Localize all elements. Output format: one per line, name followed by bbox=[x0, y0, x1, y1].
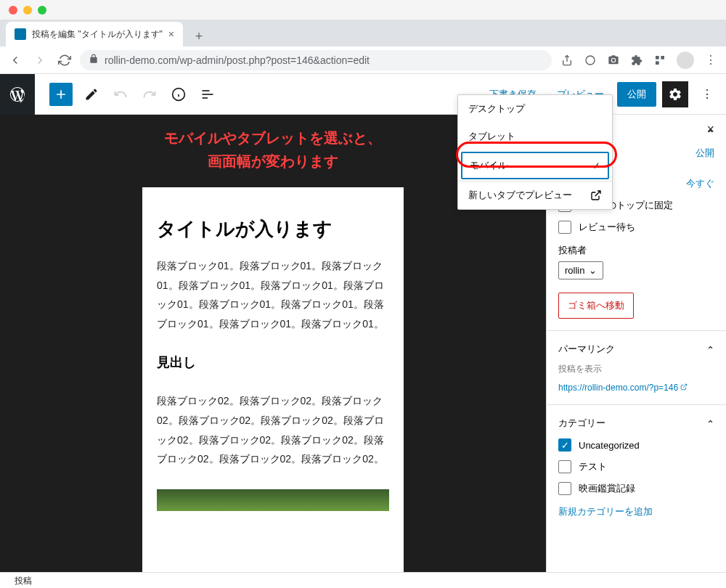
settings-button[interactable] bbox=[662, 81, 688, 107]
minimize-window-button[interactable] bbox=[23, 6, 32, 15]
circle-icon[interactable] bbox=[584, 54, 597, 67]
url-bar[interactable]: rollin-demo.com/wp-admin/post.php?post=1… bbox=[80, 50, 552, 70]
favicon-icon bbox=[15, 28, 26, 40]
redo-button[interactable] bbox=[136, 81, 163, 107]
external-link-icon bbox=[590, 189, 602, 201]
browser-tab-bar: 投稿を編集 "タイトルが入ります" × + bbox=[0, 20, 726, 46]
heading-block[interactable]: 見出し bbox=[157, 354, 389, 371]
preview-mobile-option[interactable]: モバイル ✓ bbox=[461, 152, 609, 179]
visibility-link[interactable]: 公開 bbox=[696, 147, 714, 158]
category-uncategorized-checkbox[interactable]: ✓ bbox=[558, 438, 571, 452]
camera-icon[interactable] bbox=[607, 54, 620, 67]
permalink-url[interactable]: https://rollin-demo.com/?p=146 bbox=[558, 383, 688, 393]
paragraph-block-2[interactable]: 段落ブロック02。段落ブロック02。段落ブロック02。段落ブロック02。段落ブロ… bbox=[157, 391, 389, 468]
paragraph-block-1[interactable]: 段落ブロック01。段落ブロック01。段落ブロック01。段落ブロック01。段落ブロ… bbox=[157, 256, 389, 333]
lock-icon bbox=[89, 54, 99, 66]
mac-titlebar bbox=[0, 0, 726, 20]
tab-title: 投稿を編集 "タイトルが入ります" bbox=[32, 28, 163, 41]
check-icon: ✓ bbox=[592, 160, 600, 171]
category-label: Uncategorized bbox=[579, 440, 640, 451]
new-tab-button[interactable]: + bbox=[189, 26, 209, 46]
post-title[interactable]: タイトルが入ります bbox=[157, 216, 389, 242]
annotation-text: モバイルやタブレットを選ぶと、 画面幅が変わります bbox=[164, 126, 382, 173]
maximize-window-button[interactable] bbox=[38, 6, 46, 15]
category-label: テスト bbox=[579, 460, 607, 473]
chevron-up-icon: ⌄ bbox=[706, 344, 714, 355]
svg-rect-1 bbox=[656, 56, 659, 60]
svg-point-0 bbox=[586, 56, 595, 65]
preview-tablet-option[interactable]: タブレット bbox=[458, 123, 612, 150]
browser-tab[interactable]: 投稿を編集 "タイトルが入ります" × bbox=[6, 22, 183, 46]
back-button[interactable] bbox=[9, 54, 22, 67]
chevron-up-icon: ⌄ bbox=[706, 418, 714, 429]
apps-icon[interactable] bbox=[653, 54, 666, 67]
author-label: 投稿者 bbox=[558, 244, 714, 257]
pending-review-checkbox[interactable] bbox=[558, 221, 571, 234]
view-post-label: 投稿を表示 bbox=[558, 363, 714, 375]
extension-icon[interactable] bbox=[630, 54, 643, 67]
preview-desktop-option[interactable]: デスクトップ bbox=[458, 95, 612, 123]
breadcrumb-footer[interactable]: 投稿 bbox=[0, 572, 726, 588]
add-block-button[interactable] bbox=[49, 83, 73, 106]
schedule-link[interactable]: 今すぐ bbox=[686, 178, 714, 189]
info-button[interactable] bbox=[166, 81, 192, 107]
preview-new-tab-option[interactable]: 新しいタブでプレビュー bbox=[458, 181, 612, 209]
pending-label: レビュー待ち bbox=[579, 221, 635, 234]
mobile-preview-frame[interactable]: タイトルが入ります 段落ブロック01。段落ブロック01。段落ブロック01。段落ブ… bbox=[142, 187, 404, 572]
svg-rect-2 bbox=[661, 56, 664, 60]
category-section-header[interactable]: カテゴリー ⌄ bbox=[558, 417, 714, 430]
category-movie-checkbox[interactable] bbox=[558, 482, 571, 495]
outline-button[interactable] bbox=[195, 81, 221, 107]
publish-button[interactable]: 公開 bbox=[617, 82, 656, 107]
browser-address-bar: rollin-demo.com/wp-admin/post.php?post=1… bbox=[0, 46, 726, 74]
svg-rect-3 bbox=[656, 61, 659, 65]
wp-editor-toolbar: 下書き保存 プレビュー 公開 ⋮ bbox=[0, 74, 726, 115]
preview-dropdown: デスクトップ タブレット モバイル ✓ 新しいタブでプレビュー bbox=[457, 94, 613, 210]
reload-button[interactable] bbox=[58, 54, 71, 67]
undo-button[interactable] bbox=[107, 81, 134, 107]
category-label: 映画鑑賞記録 bbox=[579, 482, 635, 495]
add-category-link[interactable]: 新規カテゴリーを追加 bbox=[558, 505, 653, 518]
share-icon[interactable] bbox=[560, 54, 574, 67]
author-select[interactable]: rollin ⌄ bbox=[558, 261, 603, 279]
image-block[interactable] bbox=[157, 489, 389, 511]
permalink-section-header[interactable]: パーマリンク ⌄ bbox=[558, 343, 714, 356]
close-sidebar-button[interactable]: × bbox=[706, 122, 714, 137]
close-window-button[interactable] bbox=[9, 6, 17, 15]
move-to-trash-button[interactable]: ゴミ箱へ移動 bbox=[558, 293, 634, 319]
wordpress-logo[interactable] bbox=[0, 74, 35, 115]
close-tab-icon[interactable]: × bbox=[168, 28, 174, 40]
url-text: rollin-demo.com/wp-admin/post.php?post=1… bbox=[105, 54, 370, 66]
more-options-button[interactable]: ⋮ bbox=[694, 81, 720, 107]
forward-button[interactable] bbox=[33, 54, 46, 67]
category-test-checkbox[interactable] bbox=[558, 460, 571, 473]
profile-avatar[interactable] bbox=[677, 52, 694, 69]
menu-dots-icon[interactable]: ⋮ bbox=[704, 54, 717, 67]
chevron-down-icon: ⌄ bbox=[589, 265, 597, 276]
edit-mode-icon[interactable] bbox=[78, 81, 105, 107]
